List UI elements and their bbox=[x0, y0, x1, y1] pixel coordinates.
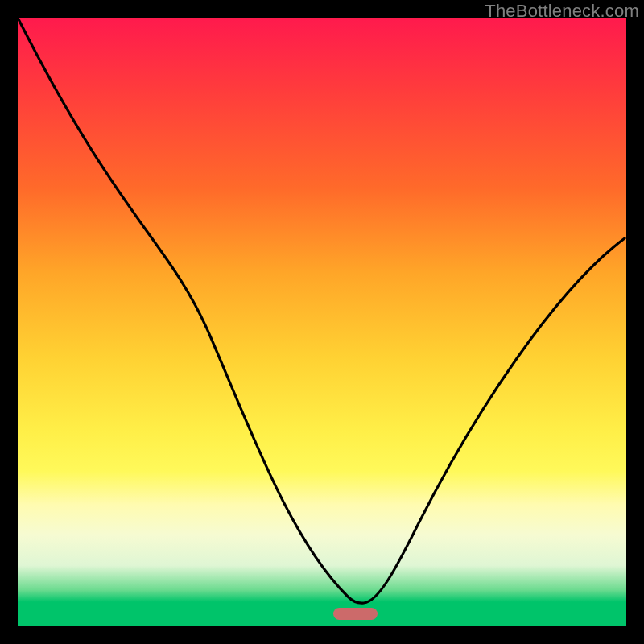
attribution-text: TheBottleneck.com bbox=[485, 1, 639, 22]
bottleneck-curve bbox=[0, 0, 644, 644]
ideal-match-marker bbox=[333, 608, 378, 620]
bottleneck-chart: TheBottleneck.com bbox=[0, 0, 644, 644]
curve-path bbox=[18, 18, 625, 603]
